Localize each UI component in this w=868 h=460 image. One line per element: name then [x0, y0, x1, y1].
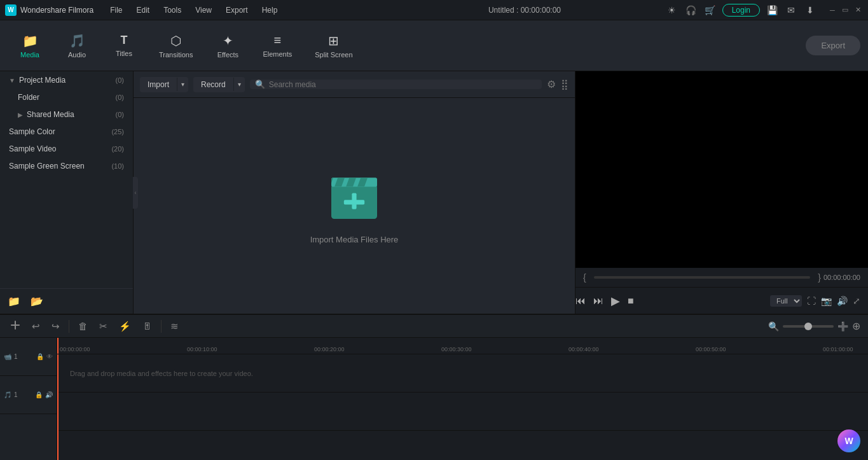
record-dropdown-arrow[interactable]: ▾ — [233, 78, 245, 91]
menu-edit[interactable]: Edit — [130, 4, 156, 16]
search-input[interactable] — [269, 80, 537, 89]
fit-to-screen-button[interactable]: ⊕ — [852, 320, 860, 332]
toolbar-split-screen[interactable]: ⊞ Split Screen — [305, 29, 362, 62]
sidebar-item-sample-video[interactable]: Sample Video (20) — [3, 141, 130, 157]
track-header-video: 📹 1 🔒 👁 — [0, 338, 57, 376]
add-folder-icon[interactable]: 📁 — [8, 295, 20, 307]
timeline-content: 📹 1 🔒 👁 🎵 1 🔒 🔊 — [0, 338, 868, 460]
sidebar-item-sample-color[interactable]: Sample Color (25) — [3, 123, 130, 140]
app-name: Wondershare Filmora — [20, 6, 93, 15]
fullscreen-button[interactable]: ⛶ — [807, 296, 816, 306]
split-screen-label: Split Screen — [315, 51, 352, 59]
download-icon[interactable]: ⬇ — [803, 3, 817, 17]
audio-button[interactable]: 🔊 — [837, 296, 848, 306]
redo-button[interactable]: ↪ — [49, 319, 62, 333]
toolbar-separator-2 — [161, 320, 162, 333]
sidebar-item-project-media[interactable]: ▼ Project Media (0) — [3, 72, 130, 88]
sidebar-item-folder[interactable]: Folder (0) — [3, 89, 130, 106]
menu-view[interactable]: View — [189, 4, 218, 16]
preview-video-area — [575, 71, 868, 268]
headphone-icon[interactable]: 🎧 — [684, 3, 698, 17]
lock-audio-button[interactable]: 🔒 — [35, 391, 43, 398]
timeline-ruler[interactable]: 00:00:00:00 00:00:10:00 00:00:20:00 00:0… — [57, 338, 868, 354]
out-point-icon[interactable]: } — [818, 272, 821, 282]
video-track-controls: 🔒 👁 — [36, 353, 53, 360]
zoom-in-button[interactable]: ➕ — [837, 321, 848, 331]
brightness-icon[interactable]: ☀ — [665, 3, 679, 17]
titles-label: Titles — [116, 50, 132, 57]
ruler-label-2: 00:00:20:00 — [312, 346, 345, 352]
menu-export[interactable]: Export — [219, 4, 254, 16]
track-headers: 📹 1 🔒 👁 🎵 1 🔒 🔊 — [0, 338, 57, 460]
minimize-button[interactable]: ─ — [827, 5, 837, 15]
quality-select[interactable]: Full 1/2 1/4 — [770, 295, 802, 307]
audio-track-controls: 🔒 🔊 — [35, 391, 53, 398]
toolbar-titles[interactable]: T Titles — [102, 30, 146, 61]
mute-audio-button[interactable]: 🔊 — [45, 391, 53, 398]
frame-back-button[interactable]: ⏭ — [593, 295, 603, 307]
import-media-label: Import Media Files Here — [310, 235, 399, 244]
step-back-button[interactable]: ⏮ — [575, 295, 586, 307]
toolbar-effects[interactable]: ✦ Effects — [205, 29, 250, 62]
ruler-mark: 00:00:50:00 — [693, 346, 820, 354]
export-button[interactable]: Export — [806, 36, 860, 55]
filter-icon[interactable]: ⚙ — [547, 78, 556, 90]
preview-timecode: 00:00:00:00 — [823, 274, 860, 281]
preview-right-controls: Full 1/2 1/4 ⛶ 📷 🔊 ⤢ — [770, 295, 868, 307]
media-content-area: Import Media Files Here — [134, 98, 575, 314]
close-button[interactable]: ✕ — [853, 5, 863, 15]
elements-icon: ≡ — [273, 33, 281, 48]
save-icon[interactable]: 💾 — [765, 3, 779, 17]
grid-view-icon[interactable]: ⣿ — [561, 78, 568, 90]
color-grade-button[interactable]: ⚡ — [116, 319, 134, 333]
menu-file[interactable]: File — [104, 4, 128, 16]
window-controls: ─ ▭ ✕ — [827, 5, 863, 15]
main-toolbar: 📁 Media 🎵 Audio T Titles ⬡ Transitions ✦… — [0, 20, 868, 71]
login-button[interactable]: Login — [722, 4, 760, 17]
zoom-out-button[interactable]: 🔍 — [768, 321, 779, 331]
left-panel-collapse-button[interactable]: ‹ — [133, 177, 138, 209]
ruler-marks-container: 00:00:00:00 00:00:10:00 00:00:20:00 00:0… — [57, 346, 868, 354]
toolbar-elements[interactable]: ≡ Elements — [252, 29, 302, 62]
audio-track-icon: 🎵 — [4, 391, 11, 398]
auto-normalize-button[interactable]: ≋ — [168, 319, 181, 333]
transitions-label: Transitions — [159, 51, 193, 59]
maximize-button[interactable]: ▭ — [840, 5, 850, 15]
sidebar-item-shared-media[interactable]: ▶ Shared Media (0) — [3, 106, 130, 123]
folder-count: (0) — [116, 94, 124, 101]
titlebar: W Wondershare Filmora File Edit Tools Vi… — [0, 0, 868, 20]
timeline-add-button[interactable] — [8, 319, 23, 333]
hide-track-button[interactable]: 👁 — [46, 353, 53, 360]
open-folder-icon[interactable]: 📂 — [31, 295, 43, 307]
import-dropdown-arrow[interactable]: ▾ — [177, 78, 188, 91]
stop-button[interactable]: ■ — [628, 295, 634, 307]
lock-track-button[interactable]: 🔒 — [36, 353, 44, 360]
menu-help[interactable]: Help — [256, 4, 284, 16]
ruler-label-1: 00:00:10:00 — [184, 346, 217, 352]
zoom-slider[interactable] — [783, 325, 834, 328]
media-label: Media — [20, 51, 39, 59]
preview-timeline-slider[interactable] — [594, 276, 811, 279]
in-point-icon[interactable]: { — [583, 272, 586, 282]
svg-rect-8 — [344, 200, 364, 204]
delete-button[interactable]: 🗑 — [76, 319, 90, 333]
record-button[interactable]: Record — [193, 77, 233, 92]
audio-adjust-button[interactable]: 🎚 — [140, 319, 155, 333]
cut-button[interactable]: ✂ — [97, 319, 110, 333]
toolbar-media[interactable]: 📁 Media — [8, 29, 52, 62]
play-button[interactable]: ▶ — [611, 294, 620, 308]
import-button[interactable]: Import — [140, 77, 177, 92]
expand-button[interactable]: ⤢ — [853, 296, 860, 306]
sidebar-item-sample-green-screen[interactable]: Sample Green Screen (10) — [3, 158, 130, 174]
notification-icon[interactable]: ✉ — [784, 3, 798, 17]
menu-tools[interactable]: Tools — [157, 4, 188, 16]
undo-button[interactable]: ↩ — [29, 319, 43, 333]
screenshot-button[interactable]: 📷 — [821, 296, 832, 306]
toolbar-audio[interactable]: 🎵 Audio — [55, 29, 99, 62]
toolbar-transitions[interactable]: ⬡ Transitions — [149, 29, 203, 62]
shared-media-count: (0) — [116, 111, 124, 118]
timeline-area: ↩ ↪ 🗑 ✂ ⚡ 🎚 ≋ 🔍 ➕ ⊕ 📹 1 🔒 👁 — [0, 314, 868, 460]
playhead-track-line — [57, 354, 59, 460]
cart-icon[interactable]: 🛒 — [703, 3, 717, 17]
import-media-clapperboard-icon — [326, 167, 383, 225]
